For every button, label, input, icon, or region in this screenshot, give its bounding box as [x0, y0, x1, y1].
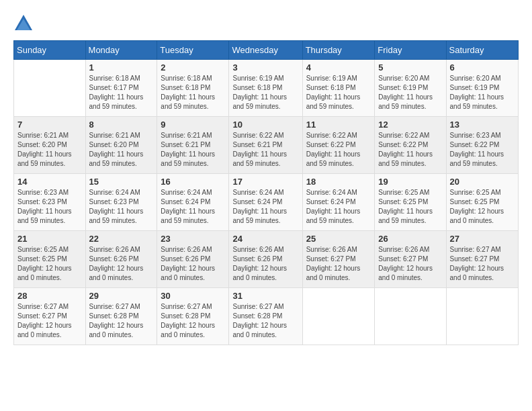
calendar-cell	[446, 288, 518, 345]
calendar-cell	[14, 60, 86, 117]
calendar-header-row: SundayMondayTuesdayWednesdayThursdayFrid…	[14, 41, 519, 60]
day-number: 24	[232, 234, 298, 244]
logo-icon	[13, 13, 34, 34]
day-number: 7	[17, 120, 82, 130]
day-number: 15	[89, 177, 154, 187]
calendar-cell: 23Sunrise: 6:26 AMSunset: 6:26 PMDayligh…	[157, 231, 229, 288]
calendar-cell: 8Sunrise: 6:21 AMSunset: 6:20 PMDaylight…	[85, 117, 157, 174]
calendar-cell: 21Sunrise: 6:25 AMSunset: 6:25 PMDayligh…	[14, 231, 86, 288]
day-number: 21	[17, 234, 82, 244]
calendar-cell: 3Sunrise: 6:19 AMSunset: 6:18 PMDaylight…	[229, 60, 302, 117]
day-number: 26	[378, 234, 442, 244]
day-number: 2	[161, 62, 225, 73]
day-info: Sunrise: 6:25 AMSunset: 6:25 PMDaylight:…	[17, 245, 82, 283]
day-info: Sunrise: 6:26 AMSunset: 6:26 PMDaylight:…	[232, 245, 298, 283]
calendar-table: SundayMondayTuesdayWednesdayThursdayFrid…	[13, 40, 519, 345]
day-number: 8	[89, 120, 154, 130]
calendar-cell	[302, 288, 375, 345]
column-header-wednesday: Wednesday	[229, 41, 302, 60]
calendar-week-row: 14Sunrise: 6:23 AMSunset: 6:23 PMDayligh…	[14, 174, 519, 231]
day-number: 6	[450, 62, 515, 73]
calendar-cell: 19Sunrise: 6:25 AMSunset: 6:25 PMDayligh…	[375, 174, 446, 231]
calendar-cell: 7Sunrise: 6:21 AMSunset: 6:20 PMDaylight…	[14, 117, 86, 174]
day-info: Sunrise: 6:23 AMSunset: 6:23 PMDaylight:…	[17, 188, 82, 226]
calendar-cell: 27Sunrise: 6:27 AMSunset: 6:27 PMDayligh…	[446, 231, 518, 288]
day-info: Sunrise: 6:21 AMSunset: 6:20 PMDaylight:…	[89, 131, 154, 169]
day-number: 5	[378, 62, 442, 73]
day-info: Sunrise: 6:22 AMSunset: 6:21 PMDaylight:…	[232, 131, 298, 169]
day-info: Sunrise: 6:19 AMSunset: 6:18 PMDaylight:…	[306, 74, 371, 111]
calendar-cell: 5Sunrise: 6:20 AMSunset: 6:19 PMDaylight…	[375, 60, 446, 117]
day-info: Sunrise: 6:21 AMSunset: 6:21 PMDaylight:…	[161, 131, 225, 169]
day-info: Sunrise: 6:18 AMSunset: 6:17 PMDaylight:…	[89, 74, 154, 111]
calendar-cell: 22Sunrise: 6:26 AMSunset: 6:26 PMDayligh…	[85, 231, 157, 288]
day-info: Sunrise: 6:20 AMSunset: 6:19 PMDaylight:…	[378, 74, 442, 111]
day-info: Sunrise: 6:24 AMSunset: 6:24 PMDaylight:…	[306, 188, 371, 226]
page-header	[13, 13, 519, 34]
calendar-cell: 28Sunrise: 6:27 AMSunset: 6:27 PMDayligh…	[14, 288, 86, 345]
day-number: 29	[89, 291, 154, 301]
day-number: 18	[306, 177, 371, 187]
column-header-tuesday: Tuesday	[157, 41, 229, 60]
day-info: Sunrise: 6:19 AMSunset: 6:18 PMDaylight:…	[232, 74, 298, 111]
calendar-cell: 31Sunrise: 6:27 AMSunset: 6:28 PMDayligh…	[229, 288, 302, 345]
day-info: Sunrise: 6:20 AMSunset: 6:19 PMDaylight:…	[450, 74, 515, 111]
day-number: 27	[450, 234, 515, 244]
calendar-cell: 12Sunrise: 6:22 AMSunset: 6:22 PMDayligh…	[375, 117, 446, 174]
day-number: 11	[306, 120, 371, 130]
calendar-week-row: 21Sunrise: 6:25 AMSunset: 6:25 PMDayligh…	[14, 231, 519, 288]
day-number: 13	[450, 120, 515, 130]
day-info: Sunrise: 6:23 AMSunset: 6:22 PMDaylight:…	[450, 131, 515, 169]
day-info: Sunrise: 6:18 AMSunset: 6:18 PMDaylight:…	[161, 74, 225, 111]
day-info: Sunrise: 6:27 AMSunset: 6:28 PMDaylight:…	[161, 302, 225, 340]
calendar-cell: 6Sunrise: 6:20 AMSunset: 6:19 PMDaylight…	[446, 60, 518, 117]
column-header-sunday: Sunday	[14, 41, 86, 60]
day-number: 12	[378, 120, 442, 130]
day-info: Sunrise: 6:26 AMSunset: 6:27 PMDaylight:…	[306, 245, 371, 283]
calendar-cell: 20Sunrise: 6:25 AMSunset: 6:25 PMDayligh…	[446, 174, 518, 231]
day-info: Sunrise: 6:26 AMSunset: 6:26 PMDaylight:…	[161, 245, 225, 283]
day-info: Sunrise: 6:27 AMSunset: 6:27 PMDaylight:…	[450, 245, 515, 283]
day-number: 25	[306, 234, 371, 244]
day-info: Sunrise: 6:27 AMSunset: 6:28 PMDaylight:…	[89, 302, 154, 340]
day-info: Sunrise: 6:24 AMSunset: 6:24 PMDaylight:…	[232, 188, 298, 226]
day-number: 17	[232, 177, 298, 187]
day-number: 22	[89, 234, 154, 244]
day-info: Sunrise: 6:25 AMSunset: 6:25 PMDaylight:…	[378, 188, 442, 226]
day-info: Sunrise: 6:24 AMSunset: 6:24 PMDaylight:…	[161, 188, 225, 226]
day-number: 31	[232, 291, 298, 301]
day-number: 1	[89, 62, 154, 73]
calendar-cell: 25Sunrise: 6:26 AMSunset: 6:27 PMDayligh…	[302, 231, 375, 288]
calendar-cell: 26Sunrise: 6:26 AMSunset: 6:27 PMDayligh…	[375, 231, 446, 288]
calendar-cell: 14Sunrise: 6:23 AMSunset: 6:23 PMDayligh…	[14, 174, 86, 231]
day-info: Sunrise: 6:22 AMSunset: 6:22 PMDaylight:…	[378, 131, 442, 169]
column-header-thursday: Thursday	[302, 41, 375, 60]
day-info: Sunrise: 6:25 AMSunset: 6:25 PMDaylight:…	[450, 188, 515, 226]
day-info: Sunrise: 6:22 AMSunset: 6:22 PMDaylight:…	[306, 131, 371, 169]
calendar-cell: 11Sunrise: 6:22 AMSunset: 6:22 PMDayligh…	[302, 117, 375, 174]
day-number: 30	[161, 291, 225, 301]
day-info: Sunrise: 6:26 AMSunset: 6:27 PMDaylight:…	[378, 245, 442, 283]
day-info: Sunrise: 6:26 AMSunset: 6:26 PMDaylight:…	[89, 245, 154, 283]
day-number: 14	[17, 177, 82, 187]
calendar-cell: 13Sunrise: 6:23 AMSunset: 6:22 PMDayligh…	[446, 117, 518, 174]
column-header-saturday: Saturday	[446, 41, 518, 60]
logo	[13, 13, 36, 34]
day-info: Sunrise: 6:27 AMSunset: 6:28 PMDaylight:…	[232, 302, 298, 340]
day-number: 9	[161, 120, 225, 130]
calendar-cell: 16Sunrise: 6:24 AMSunset: 6:24 PMDayligh…	[157, 174, 229, 231]
calendar-cell	[375, 288, 446, 345]
day-number: 23	[161, 234, 225, 244]
calendar-cell: 24Sunrise: 6:26 AMSunset: 6:26 PMDayligh…	[229, 231, 302, 288]
day-number: 3	[232, 62, 298, 73]
day-number: 16	[161, 177, 225, 187]
day-number: 20	[450, 177, 515, 187]
calendar-cell: 9Sunrise: 6:21 AMSunset: 6:21 PMDaylight…	[157, 117, 229, 174]
calendar-week-row: 7Sunrise: 6:21 AMSunset: 6:20 PMDaylight…	[14, 117, 519, 174]
column-header-friday: Friday	[375, 41, 446, 60]
calendar-cell: 17Sunrise: 6:24 AMSunset: 6:24 PMDayligh…	[229, 174, 302, 231]
calendar-cell: 4Sunrise: 6:19 AMSunset: 6:18 PMDaylight…	[302, 60, 375, 117]
calendar-cell: 1Sunrise: 6:18 AMSunset: 6:17 PMDaylight…	[85, 60, 157, 117]
calendar-week-row: 1Sunrise: 6:18 AMSunset: 6:17 PMDaylight…	[14, 60, 519, 117]
calendar-cell: 2Sunrise: 6:18 AMSunset: 6:18 PMDaylight…	[157, 60, 229, 117]
